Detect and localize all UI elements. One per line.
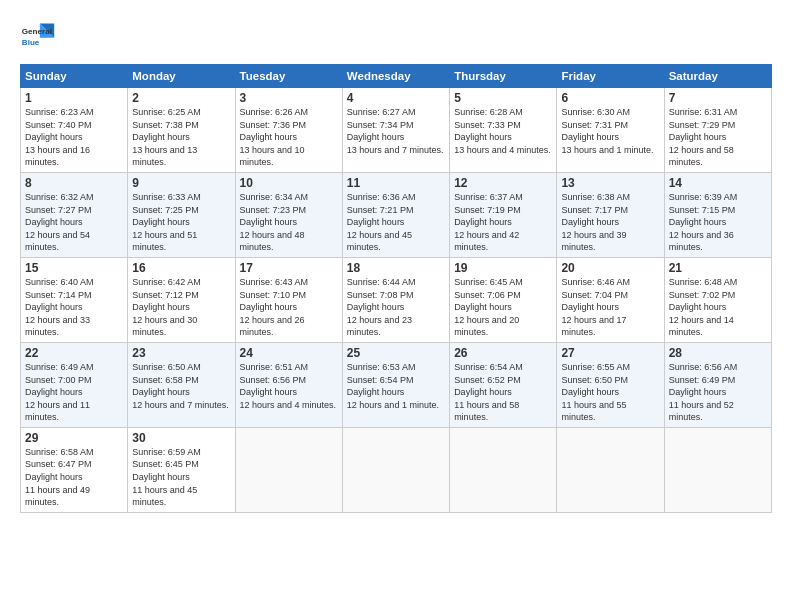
day-number: 17 (240, 261, 338, 275)
table-row (664, 427, 771, 512)
day-number: 14 (669, 176, 767, 190)
table-row: 5 Sunrise: 6:28 AMSunset: 7:33 PMDayligh… (450, 88, 557, 173)
day-info: Sunrise: 6:25 AMSunset: 7:38 PMDaylight … (132, 107, 201, 167)
logo-icon: General Blue (20, 18, 56, 54)
header: General Blue (20, 18, 772, 54)
day-number: 19 (454, 261, 552, 275)
table-row: 1 Sunrise: 6:23 AMSunset: 7:40 PMDayligh… (21, 88, 128, 173)
day-info: Sunrise: 6:42 AMSunset: 7:12 PMDaylight … (132, 277, 201, 337)
day-info: Sunrise: 6:59 AMSunset: 6:45 PMDaylight … (132, 447, 201, 507)
day-number: 28 (669, 346, 767, 360)
calendar-week-row: 29 Sunrise: 6:58 AMSunset: 6:47 PMDaylig… (21, 427, 772, 512)
day-info: Sunrise: 6:54 AMSunset: 6:52 PMDaylight … (454, 362, 523, 422)
table-row (235, 427, 342, 512)
svg-text:Blue: Blue (22, 38, 40, 47)
day-number: 16 (132, 261, 230, 275)
table-row: 13 Sunrise: 6:38 AMSunset: 7:17 PMDaylig… (557, 172, 664, 257)
day-number: 27 (561, 346, 659, 360)
table-row: 26 Sunrise: 6:54 AMSunset: 6:52 PMDaylig… (450, 342, 557, 427)
table-row: 6 Sunrise: 6:30 AMSunset: 7:31 PMDayligh… (557, 88, 664, 173)
table-row: 30 Sunrise: 6:59 AMSunset: 6:45 PMDaylig… (128, 427, 235, 512)
logo: General Blue (20, 18, 56, 54)
day-info: Sunrise: 6:37 AMSunset: 7:19 PMDaylight … (454, 192, 523, 252)
svg-text:General: General (22, 27, 52, 36)
col-friday: Friday (557, 65, 664, 88)
day-number: 8 (25, 176, 123, 190)
day-number: 25 (347, 346, 445, 360)
table-row: 11 Sunrise: 6:36 AMSunset: 7:21 PMDaylig… (342, 172, 449, 257)
calendar-header-row: Sunday Monday Tuesday Wednesday Thursday… (21, 65, 772, 88)
day-number: 13 (561, 176, 659, 190)
day-number: 9 (132, 176, 230, 190)
day-number: 22 (25, 346, 123, 360)
table-row: 19 Sunrise: 6:45 AMSunset: 7:06 PMDaylig… (450, 257, 557, 342)
day-info: Sunrise: 6:55 AMSunset: 6:50 PMDaylight … (561, 362, 630, 422)
table-row: 3 Sunrise: 6:26 AMSunset: 7:36 PMDayligh… (235, 88, 342, 173)
table-row: 21 Sunrise: 6:48 AMSunset: 7:02 PMDaylig… (664, 257, 771, 342)
day-number: 30 (132, 431, 230, 445)
day-info: Sunrise: 6:56 AMSunset: 6:49 PMDaylight … (669, 362, 738, 422)
day-info: Sunrise: 6:28 AMSunset: 7:33 PMDaylight … (454, 107, 551, 155)
table-row: 15 Sunrise: 6:40 AMSunset: 7:14 PMDaylig… (21, 257, 128, 342)
table-row: 14 Sunrise: 6:39 AMSunset: 7:15 PMDaylig… (664, 172, 771, 257)
day-info: Sunrise: 6:48 AMSunset: 7:02 PMDaylight … (669, 277, 738, 337)
day-info: Sunrise: 6:43 AMSunset: 7:10 PMDaylight … (240, 277, 309, 337)
day-info: Sunrise: 6:30 AMSunset: 7:31 PMDaylight … (561, 107, 653, 155)
day-number: 11 (347, 176, 445, 190)
day-info: Sunrise: 6:34 AMSunset: 7:23 PMDaylight … (240, 192, 309, 252)
day-info: Sunrise: 6:31 AMSunset: 7:29 PMDaylight … (669, 107, 738, 167)
col-monday: Monday (128, 65, 235, 88)
calendar-week-row: 8 Sunrise: 6:32 AMSunset: 7:27 PMDayligh… (21, 172, 772, 257)
day-info: Sunrise: 6:51 AMSunset: 6:56 PMDaylight … (240, 362, 337, 410)
day-number: 5 (454, 91, 552, 105)
col-thursday: Thursday (450, 65, 557, 88)
day-info: Sunrise: 6:49 AMSunset: 7:00 PMDaylight … (25, 362, 94, 422)
table-row: 28 Sunrise: 6:56 AMSunset: 6:49 PMDaylig… (664, 342, 771, 427)
table-row: 23 Sunrise: 6:50 AMSunset: 6:58 PMDaylig… (128, 342, 235, 427)
day-info: Sunrise: 6:58 AMSunset: 6:47 PMDaylight … (25, 447, 94, 507)
day-number: 12 (454, 176, 552, 190)
calendar-week-row: 22 Sunrise: 6:49 AMSunset: 7:00 PMDaylig… (21, 342, 772, 427)
table-row (342, 427, 449, 512)
day-number: 20 (561, 261, 659, 275)
day-info: Sunrise: 6:53 AMSunset: 6:54 PMDaylight … (347, 362, 439, 410)
table-row (450, 427, 557, 512)
day-info: Sunrise: 6:45 AMSunset: 7:06 PMDaylight … (454, 277, 523, 337)
day-info: Sunrise: 6:40 AMSunset: 7:14 PMDaylight … (25, 277, 94, 337)
day-info: Sunrise: 6:39 AMSunset: 7:15 PMDaylight … (669, 192, 738, 252)
day-info: Sunrise: 6:32 AMSunset: 7:27 PMDaylight … (25, 192, 94, 252)
day-info: Sunrise: 6:38 AMSunset: 7:17 PMDaylight … (561, 192, 630, 252)
table-row: 25 Sunrise: 6:53 AMSunset: 6:54 PMDaylig… (342, 342, 449, 427)
calendar-week-row: 15 Sunrise: 6:40 AMSunset: 7:14 PMDaylig… (21, 257, 772, 342)
col-wednesday: Wednesday (342, 65, 449, 88)
day-number: 10 (240, 176, 338, 190)
table-row: 8 Sunrise: 6:32 AMSunset: 7:27 PMDayligh… (21, 172, 128, 257)
day-number: 3 (240, 91, 338, 105)
day-number: 24 (240, 346, 338, 360)
day-number: 21 (669, 261, 767, 275)
day-info: Sunrise: 6:23 AMSunset: 7:40 PMDaylight … (25, 107, 94, 167)
table-row: 12 Sunrise: 6:37 AMSunset: 7:19 PMDaylig… (450, 172, 557, 257)
day-number: 2 (132, 91, 230, 105)
col-tuesday: Tuesday (235, 65, 342, 88)
day-number: 26 (454, 346, 552, 360)
col-sunday: Sunday (21, 65, 128, 88)
table-row: 4 Sunrise: 6:27 AMSunset: 7:34 PMDayligh… (342, 88, 449, 173)
table-row: 17 Sunrise: 6:43 AMSunset: 7:10 PMDaylig… (235, 257, 342, 342)
day-info: Sunrise: 6:50 AMSunset: 6:58 PMDaylight … (132, 362, 229, 410)
table-row: 10 Sunrise: 6:34 AMSunset: 7:23 PMDaylig… (235, 172, 342, 257)
day-info: Sunrise: 6:44 AMSunset: 7:08 PMDaylight … (347, 277, 416, 337)
day-info: Sunrise: 6:46 AMSunset: 7:04 PMDaylight … (561, 277, 630, 337)
day-number: 1 (25, 91, 123, 105)
day-info: Sunrise: 6:33 AMSunset: 7:25 PMDaylight … (132, 192, 201, 252)
calendar-page: General Blue Sunday Monday Tuesday Wedne… (0, 0, 792, 612)
table-row: 7 Sunrise: 6:31 AMSunset: 7:29 PMDayligh… (664, 88, 771, 173)
table-row: 24 Sunrise: 6:51 AMSunset: 6:56 PMDaylig… (235, 342, 342, 427)
table-row: 9 Sunrise: 6:33 AMSunset: 7:25 PMDayligh… (128, 172, 235, 257)
table-row: 27 Sunrise: 6:55 AMSunset: 6:50 PMDaylig… (557, 342, 664, 427)
calendar-table: Sunday Monday Tuesday Wednesday Thursday… (20, 64, 772, 513)
table-row: 20 Sunrise: 6:46 AMSunset: 7:04 PMDaylig… (557, 257, 664, 342)
day-number: 7 (669, 91, 767, 105)
table-row: 29 Sunrise: 6:58 AMSunset: 6:47 PMDaylig… (21, 427, 128, 512)
table-row: 22 Sunrise: 6:49 AMSunset: 7:00 PMDaylig… (21, 342, 128, 427)
